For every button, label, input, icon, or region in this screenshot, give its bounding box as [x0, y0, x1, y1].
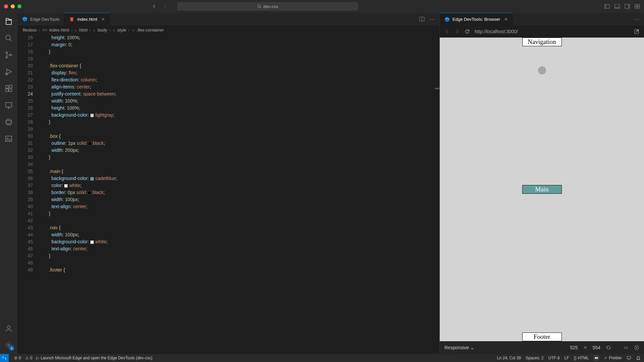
tab-label: Edge DevTools: Browser — [452, 17, 500, 22]
breadcrumb[interactable]: flexbox › <> index.html › ⬨ html › ⬨ bod… — [17, 25, 439, 34]
remote-indicator[interactable] — [0, 354, 9, 362]
run-debug-icon[interactable] — [5, 68, 13, 76]
browser-reload-button[interactable] — [465, 29, 470, 34]
preview-navigation-box: Navigation — [522, 38, 562, 46]
code-icon: {} — [574, 356, 577, 360]
crumb-project[interactable]: flexbox — [23, 27, 37, 33]
line-gutter: 1617181920212223242526272829303132333435… — [17, 34, 41, 354]
code-content[interactable]: height: 100%; margin: 0; } .flex-contain… — [41, 34, 439, 354]
svg-point-31 — [636, 347, 637, 348]
edge-devtools-icon[interactable] — [5, 118, 13, 126]
close-window-button[interactable] — [4, 4, 8, 8]
edge-icon — [22, 16, 28, 22]
explorer-icon[interactable] — [5, 17, 13, 25]
image-icon[interactable] — [5, 135, 13, 143]
status-prettier[interactable]: ✓Prettier — [604, 356, 622, 360]
svg-point-11 — [6, 35, 10, 40]
chevron-right-icon: › — [39, 27, 40, 33]
status-launch-edge[interactable]: ▷Launch Microsoft Edge and open the Edge… — [36, 356, 152, 360]
feedback-icon[interactable] — [627, 356, 631, 360]
rotate-icon[interactable] — [606, 345, 611, 350]
search-icon — [257, 4, 261, 8]
tab-edge-devtools[interactable]: Edge DevTools — [17, 13, 64, 25]
more-actions-icon[interactable]: ⋯ — [634, 16, 639, 22]
svg-point-21 — [6, 119, 12, 125]
split-editor-icon[interactable] — [419, 16, 425, 22]
svg-point-14 — [10, 54, 12, 56]
minimize-window-button[interactable] — [11, 4, 15, 8]
title-right-icons — [604, 4, 640, 9]
device-toolbar: Responsive ⌄ 525 ✕ 554 — [440, 341, 644, 354]
crumb-body[interactable]: body — [98, 27, 107, 33]
svg-rect-20 — [6, 103, 12, 107]
more-actions-icon[interactable]: ⋯ — [429, 16, 435, 22]
nav-forward-button[interactable] — [162, 4, 168, 9]
accounts-icon[interactable] — [5, 324, 13, 333]
layout-bottom-icon[interactable] — [614, 4, 620, 9]
layout-right-icon[interactable] — [625, 4, 630, 9]
copilot-icon[interactable] — [593, 355, 599, 361]
titlebar: dev-css — [0, 0, 644, 13]
source-control-icon[interactable] — [5, 51, 13, 59]
tab-edge-browser[interactable]: Edge DevTools: Browser ✕ — [440, 13, 513, 25]
layout-left-icon[interactable] — [604, 4, 610, 9]
browser-url[interactable]: http://localhost:3000/ — [475, 29, 629, 34]
remote-explorer-icon[interactable] — [5, 101, 13, 109]
code-editor[interactable]: 1617181920212223242526272829303132333435… — [17, 34, 439, 354]
svg-point-33 — [596, 357, 598, 359]
status-indentation[interactable]: Spaces: 2 — [526, 356, 543, 360]
html-file-icon: <> — [42, 27, 47, 33]
close-icon[interactable]: ✕ — [101, 17, 105, 22]
svg-rect-10 — [638, 7, 640, 8]
status-language[interactable]: {}HTML — [574, 356, 589, 360]
device-height[interactable]: 554 — [593, 345, 600, 350]
bell-icon[interactable] — [636, 356, 641, 360]
svg-point-28 — [445, 17, 449, 22]
status-encoding[interactable]: UTF-8 — [548, 356, 560, 360]
close-icon[interactable]: ✕ — [504, 17, 508, 22]
svg-rect-22 — [6, 136, 12, 141]
svg-rect-19 — [9, 85, 12, 88]
edge-icon — [444, 17, 450, 22]
screenshot-icon[interactable] — [623, 345, 629, 350]
crumb-file[interactable]: index.html — [49, 27, 69, 33]
svg-rect-2 — [605, 4, 606, 8]
settings-gear-icon[interactable] — [5, 341, 13, 349]
tab-index-html[interactable]: index.html ✕ — [64, 13, 110, 25]
command-center-search[interactable]: dev-css — [177, 2, 358, 11]
svg-rect-8 — [638, 4, 640, 6]
svg-rect-7 — [635, 4, 637, 6]
search-text: dev-css — [263, 4, 278, 9]
svg-point-0 — [258, 5, 260, 8]
browser-viewport[interactable]: Navigation Main Footer — [440, 38, 644, 341]
crumb-html[interactable]: html — [79, 27, 88, 33]
svg-point-24 — [7, 326, 10, 328]
browser-back-button[interactable] — [444, 29, 450, 34]
minimap-slider[interactable] — [435, 88, 439, 89]
status-warnings[interactable]: ⚠0 — [25, 356, 33, 360]
warning-icon: ⚠ — [25, 356, 29, 360]
layout-customize-icon[interactable] — [635, 4, 640, 9]
editor-group: Edge DevTools index.html ✕ ⋯ flexbox › <… — [17, 13, 439, 354]
crumb-selector[interactable]: .flex-container — [137, 27, 164, 33]
inspect-icon[interactable] — [634, 345, 639, 350]
maximize-window-button[interactable] — [17, 4, 21, 8]
status-errors[interactable]: ⊘0 — [14, 356, 21, 360]
crumb-style[interactable]: style — [117, 27, 126, 33]
svg-rect-34 — [627, 357, 631, 359]
error-icon: ⊘ — [14, 356, 17, 360]
nav-back-button[interactable] — [152, 4, 157, 9]
traffic-lights — [4, 4, 21, 8]
open-external-icon[interactable] — [634, 29, 639, 34]
svg-rect-4 — [615, 7, 620, 8]
touch-cursor-icon — [538, 66, 546, 74]
browser-forward-button[interactable] — [454, 29, 460, 34]
status-cursor-position[interactable]: Ln 24, Col 39 — [497, 356, 521, 360]
device-width[interactable]: 525 — [570, 345, 578, 350]
device-mode-select[interactable]: Responsive ⌄ — [444, 345, 474, 350]
extensions-icon[interactable] — [5, 84, 13, 93]
chevron-right-icon: › — [128, 27, 130, 33]
status-eol[interactable]: LF — [565, 356, 569, 360]
tab-label: index.html — [77, 17, 97, 22]
search-icon[interactable] — [5, 34, 13, 42]
